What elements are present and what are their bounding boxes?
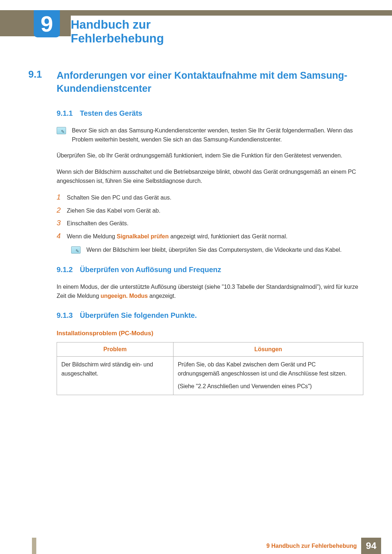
highlight-text: Signalkabel prüfen [117,233,169,239]
section-number: 9.1 [28,69,57,80]
text: angezeigt. [148,293,176,299]
subsection-title: Testen des Geräts [80,109,142,118]
note-text: Wenn der Bildschirm leer bleibt, überprü… [86,246,342,255]
paragraph: Überprüfen Sie, ob Ihr Gerät ordnungsgem… [57,151,364,160]
paragraph: Wenn sich der Bildschirm ausschaltet und… [57,168,364,186]
note-block: Bevor Sie sich an das Samsung-Kundendien… [57,126,364,144]
solution-ref: (Siehe "2.2 Anschließen und Verwenden ei… [178,382,359,391]
list-text: Einschalten des Geräts. [67,219,128,228]
page-number: 94 [361,538,381,554]
text: Wenn die Meldung [67,233,117,239]
subsection-number: 9.1.3 [57,311,80,320]
th-problem: Problem [57,342,173,357]
table-heading: Installationsproblem (PC-Modus) [57,330,364,337]
list-item: 1 Schalten Sie den PC und das Gerät aus. [57,193,364,202]
ordered-list: 1 Schalten Sie den PC und das Gerät aus.… [57,193,364,241]
solution-text: Prüfen Sie, ob das Kabel zwischen dem Ge… [178,360,359,378]
footer-chapter-label: 9 Handbuch zur Fehlerbehebung [266,543,357,549]
table-header-row: Problem Lösungen [57,342,363,357]
list-number: 2 [57,206,67,214]
subsection-heading: 9.1.3 Überprüfen Sie folgenden Punkte. [57,311,364,320]
subsection-number: 9.1.1 [57,109,80,118]
page-content: 9.1 Anforderungen vor einer Kontaktaufna… [28,69,364,395]
note-text: Bevor Sie sich an das Samsung-Kundendien… [72,126,364,144]
chapter-number-badge: 9 [34,10,60,37]
list-number: 4 [57,232,67,240]
subsection-title: Überprüfen von Auflösung und Frequenz [80,266,221,274]
subsection-heading: 9.1.1 Testen des Geräts [57,109,364,118]
list-text: Schalten Sie den PC und das Gerät aus. [67,193,171,202]
highlight-text: ungeeign. Modus [101,293,148,299]
list-item: 3 Einschalten des Geräts. [57,219,364,228]
note-block: Wenn der Bildschirm leer bleibt, überprü… [71,246,364,255]
troubleshooting-table: Problem Lösungen Der Bildschirm wird stä… [57,342,363,395]
td-solution: Prüfen Sie, ob das Kabel zwischen dem Ge… [173,357,363,395]
subsection-number: 9.1.2 [57,266,80,274]
list-item: 2 Ziehen Sie das Kabel vom Gerät ab. [57,206,364,216]
list-text: Wenn die Meldung Signalkabel prüfen ange… [67,232,287,241]
th-solution: Lösungen [173,342,363,357]
page-footer: 9 Handbuch zur Fehlerbehebung 94 [0,538,392,554]
list-number: 3 [57,219,67,227]
note-icon [57,127,66,134]
section-heading: 9.1 Anforderungen vor einer Kontaktaufna… [28,69,364,95]
list-item: 4 Wenn die Meldung Signalkabel prüfen an… [57,232,364,241]
list-text: Ziehen Sie das Kabel vom Gerät ab. [67,206,160,216]
table-row: Der Bildschirm wird ständig ein- und aus… [57,357,363,395]
subsection-heading: 9.1.2 Überprüfen von Auflösung und Frequ… [57,266,364,274]
paragraph: In einem Modus, der die unterstützte Auf… [57,283,364,301]
list-number: 1 [57,193,67,201]
chapter-title: Handbuch zur Fehlerbehebung [71,16,392,48]
section-title: Anforderungen vor einer Kontaktaufnahme … [57,69,364,95]
text: angezeigt wird, funktioniert das Gerät n… [169,233,287,239]
subsection-title: Überprüfen Sie folgenden Punkte. [80,311,197,320]
note-icon [71,246,81,254]
td-problem: Der Bildschirm wird ständig ein- und aus… [57,357,173,395]
footer-accent-bar [32,538,36,554]
